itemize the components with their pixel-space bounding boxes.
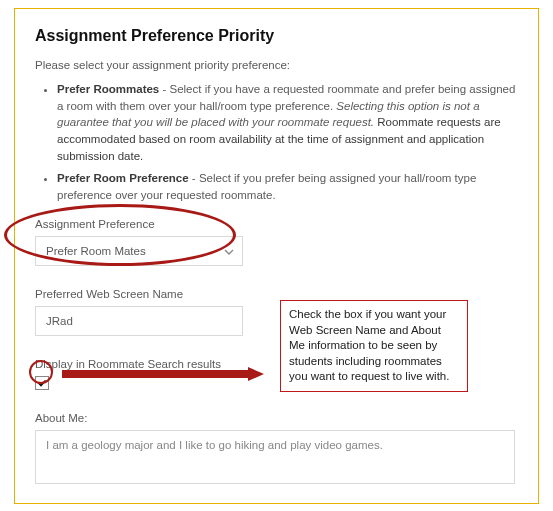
- chevron-down-icon: [224, 245, 234, 257]
- screen-name-input[interactable]: [35, 306, 243, 336]
- option-list: Prefer Roommates - Select if you have a …: [35, 81, 518, 204]
- display-search-checkbox[interactable]: [35, 376, 49, 390]
- preference-card: Assignment Preference Priority Please se…: [14, 8, 539, 504]
- intro-text: Please select your assignment priority p…: [35, 59, 518, 71]
- option-name: Prefer Room Preference: [57, 172, 189, 184]
- assignment-pref-label: Assignment Preference: [35, 218, 518, 230]
- about-me-label: About Me:: [35, 412, 518, 424]
- option-name: Prefer Roommates: [57, 83, 159, 95]
- option-prefer-roommates: Prefer Roommates - Select if you have a …: [57, 81, 518, 164]
- assignment-pref-select[interactable]: Prefer Room Mates: [35, 236, 243, 266]
- assignment-pref-selected: Prefer Room Mates: [46, 245, 146, 257]
- option-prefer-room-preference: Prefer Room Preference - Select if you p…: [57, 170, 518, 203]
- annotation-callout: Check the box if you want your Web Scree…: [280, 300, 468, 392]
- about-me-textarea[interactable]: [35, 430, 515, 484]
- check-icon: [37, 378, 47, 388]
- page-title: Assignment Preference Priority: [35, 27, 518, 45]
- screen-name-label: Preferred Web Screen Name: [35, 288, 518, 300]
